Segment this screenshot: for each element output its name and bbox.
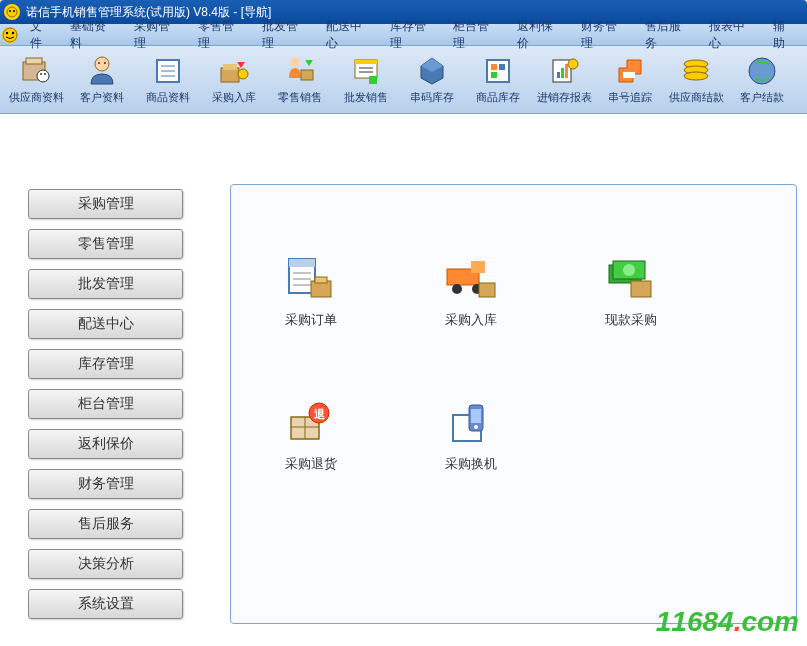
item-purchase-return[interactable]: 退 采购退货 bbox=[271, 399, 351, 473]
tb-label: 进销存报表 bbox=[537, 90, 592, 105]
svg-rect-47 bbox=[315, 277, 327, 283]
side-wholesale[interactable]: 批发管理 bbox=[28, 269, 183, 299]
menu-purchase[interactable]: 采购管理 bbox=[126, 16, 190, 54]
main-panel: 采购订单 采购入库 现款采购 退 采购退货 采购换机 bbox=[220, 114, 807, 646]
item-purchase-inbound[interactable]: 采购入库 bbox=[431, 255, 511, 329]
customer-pay-icon bbox=[745, 54, 779, 88]
cash-icon bbox=[603, 255, 659, 303]
tb-label: 供应商资料 bbox=[9, 90, 64, 105]
svg-rect-27 bbox=[487, 60, 509, 82]
track-icon bbox=[613, 54, 647, 88]
svg-point-10 bbox=[44, 73, 46, 75]
item-label: 现款采购 bbox=[605, 311, 657, 329]
content-panel: 采购订单 采购入库 现款采购 退 采购退货 采购换机 bbox=[230, 184, 797, 624]
menu-counter[interactable]: 柜台管理 bbox=[445, 16, 509, 54]
svg-rect-36 bbox=[623, 72, 635, 78]
serial-stock-icon bbox=[415, 54, 449, 88]
tb-label: 商品资料 bbox=[146, 90, 190, 105]
tb-customer-pay[interactable]: 客户结款 bbox=[730, 49, 794, 111]
side-inventory[interactable]: 库存管理 bbox=[28, 349, 183, 379]
side-counter[interactable]: 柜台管理 bbox=[28, 389, 183, 419]
app-logo-icon bbox=[4, 4, 20, 20]
exchange-icon bbox=[443, 399, 499, 447]
svg-rect-24 bbox=[355, 60, 377, 64]
svg-rect-32 bbox=[557, 72, 560, 78]
svg-rect-52 bbox=[479, 283, 495, 297]
tb-supplier-pay[interactable]: 供应商结款 bbox=[664, 49, 728, 111]
goods-icon bbox=[151, 54, 185, 88]
svg-point-13 bbox=[104, 62, 106, 64]
svg-rect-65 bbox=[471, 409, 481, 423]
side-decision[interactable]: 决策分析 bbox=[28, 549, 183, 579]
side-retail[interactable]: 零售管理 bbox=[28, 229, 183, 259]
tb-goods-stock[interactable]: 商品库存 bbox=[466, 49, 530, 111]
menu-rebate[interactable]: 返利保价 bbox=[509, 16, 573, 54]
side-delivery[interactable]: 配送中心 bbox=[28, 309, 183, 339]
tb-label: 供应商结款 bbox=[669, 90, 724, 105]
svg-rect-56 bbox=[631, 281, 651, 297]
item-label: 采购入库 bbox=[445, 311, 497, 329]
tb-label: 串码库存 bbox=[410, 90, 454, 105]
retail-icon bbox=[283, 54, 317, 88]
menu-wholesale[interactable]: 批发管理 bbox=[254, 16, 318, 54]
svg-point-0 bbox=[7, 7, 17, 17]
watermark-text1: 11684 bbox=[656, 606, 734, 637]
item-label: 采购订单 bbox=[285, 311, 337, 329]
tb-supplier[interactable]: 供应商资料 bbox=[4, 49, 68, 111]
menu-delivery[interactable]: 配送中心 bbox=[318, 16, 382, 54]
tb-track[interactable]: 串号追踪 bbox=[598, 49, 662, 111]
svg-point-3 bbox=[3, 28, 17, 42]
tb-label: 零售销售 bbox=[278, 90, 322, 105]
side-finance[interactable]: 财务管理 bbox=[28, 469, 183, 499]
menu-service[interactable]: 售后服务 bbox=[637, 16, 701, 54]
side-settings[interactable]: 系统设置 bbox=[28, 589, 183, 619]
tb-label: 串号追踪 bbox=[608, 90, 652, 105]
tb-label: 批发销售 bbox=[344, 90, 388, 105]
svg-point-39 bbox=[684, 72, 708, 80]
svg-point-11 bbox=[95, 57, 109, 71]
supplier-icon bbox=[19, 54, 53, 88]
tb-label: 商品库存 bbox=[476, 90, 520, 105]
tb-report[interactable]: 进销存报表 bbox=[532, 49, 596, 111]
svg-point-2 bbox=[13, 10, 15, 12]
tb-customer[interactable]: 客户资料 bbox=[70, 49, 134, 111]
svg-rect-22 bbox=[301, 70, 313, 80]
menu-inventory[interactable]: 库存管理 bbox=[382, 16, 446, 54]
icon-grid: 采购订单 采购入库 现款采购 退 采购退货 采购换机 bbox=[271, 255, 756, 473]
svg-point-55 bbox=[623, 264, 635, 276]
menubar: 文件 基础资料 采购管理 零售管理 批发管理 配送中心 库存管理 柜台管理 返利… bbox=[0, 24, 807, 46]
menu-basic-data[interactable]: 基础资料 bbox=[62, 16, 126, 54]
return-icon: 退 bbox=[283, 399, 339, 447]
side-purchase[interactable]: 采购管理 bbox=[28, 189, 183, 219]
tb-wholesale[interactable]: 批发销售 bbox=[334, 49, 398, 111]
item-label: 采购换机 bbox=[445, 455, 497, 473]
svg-point-20 bbox=[238, 69, 248, 79]
svg-rect-28 bbox=[491, 64, 497, 70]
order-icon bbox=[283, 255, 339, 303]
tb-retail[interactable]: 零售销售 bbox=[268, 49, 332, 111]
svg-point-5 bbox=[12, 31, 14, 33]
watermark: 11684.com bbox=[656, 606, 799, 638]
side-rebate[interactable]: 返利保价 bbox=[28, 429, 183, 459]
menu-aux[interactable]: 辅助 bbox=[765, 16, 805, 54]
side-service[interactable]: 售后服务 bbox=[28, 509, 183, 539]
svg-point-8 bbox=[37, 70, 49, 82]
tb-purchase-in[interactable]: 采购入库 bbox=[202, 49, 266, 111]
svg-rect-34 bbox=[565, 64, 568, 78]
svg-rect-33 bbox=[561, 68, 564, 78]
item-purchase-exchange[interactable]: 采购换机 bbox=[431, 399, 511, 473]
menu-finance[interactable]: 财务管理 bbox=[573, 16, 637, 54]
tb-goods[interactable]: 商品资料 bbox=[136, 49, 200, 111]
menu-retail[interactable]: 零售管理 bbox=[190, 16, 254, 54]
item-purchase-order[interactable]: 采购订单 bbox=[271, 255, 351, 329]
menu-reports[interactable]: 报表中心 bbox=[701, 16, 765, 54]
item-cash-purchase[interactable]: 现款采购 bbox=[591, 255, 671, 329]
tb-serial-stock[interactable]: 串码库存 bbox=[400, 49, 464, 111]
svg-point-1 bbox=[9, 10, 11, 12]
goods-stock-icon bbox=[481, 54, 515, 88]
menu-file[interactable]: 文件 bbox=[22, 16, 62, 54]
content: 采购管理 零售管理 批发管理 配送中心 库存管理 柜台管理 返利保价 财务管理 … bbox=[0, 114, 807, 646]
tb-label: 客户资料 bbox=[80, 90, 124, 105]
svg-rect-19 bbox=[223, 64, 237, 70]
svg-point-9 bbox=[40, 73, 42, 75]
